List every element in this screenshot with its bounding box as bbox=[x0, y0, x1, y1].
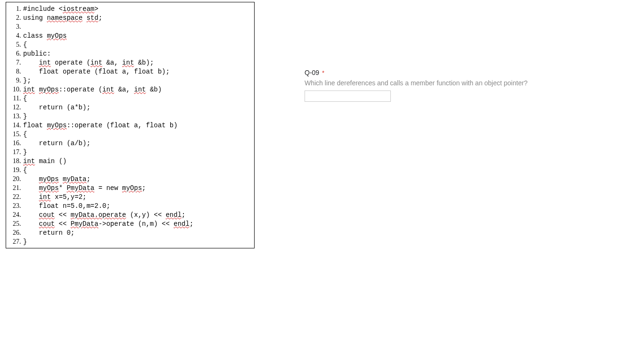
code-text: { bbox=[22, 41, 27, 49]
code-line: 5.{ bbox=[8, 40, 250, 49]
required-asterisk: * bbox=[322, 69, 324, 76]
code-text: return 0; bbox=[22, 229, 74, 238]
code-line: 24. cout << myData.operate (x,y) << endl… bbox=[8, 210, 250, 219]
code-line: 22. int x=5,y=2; bbox=[8, 192, 250, 201]
line-number: 18 bbox=[8, 156, 19, 165]
line-number: 20 bbox=[8, 174, 19, 183]
code-text: int myOps::operate (int &a, int &b) bbox=[22, 85, 162, 94]
code-text: { bbox=[22, 166, 27, 175]
line-number: 16 bbox=[8, 139, 19, 148]
code-text: #include <iostream> bbox=[22, 5, 99, 14]
line-number: 10 bbox=[8, 85, 19, 94]
line-number: 12 bbox=[8, 103, 19, 112]
code-line: 10.int myOps::operate (int &a, int &b) bbox=[8, 85, 250, 94]
question-number: Q-09 * bbox=[305, 69, 569, 76]
question-panel: Q-09 * Which line dereferences and calls… bbox=[305, 69, 569, 102]
code-text: myOps* PmyData = new myOps; bbox=[22, 184, 146, 193]
code-line: 8. float operate (float a, float b); bbox=[8, 67, 250, 76]
line-number: 22 bbox=[8, 192, 19, 201]
code-text: { bbox=[22, 94, 27, 103]
code-line: 3. bbox=[8, 22, 250, 31]
code-text: myOps myData; bbox=[22, 175, 91, 184]
line-number: 5 bbox=[8, 40, 19, 49]
line-number: 13 bbox=[8, 112, 19, 121]
code-line: 7. int operate (int &a, int &b); bbox=[8, 58, 250, 67]
line-number: 27 bbox=[8, 237, 19, 246]
code-text: float operate (float a, float b); bbox=[22, 67, 170, 76]
page-root: 1.#include <iostream>2.using namespace s… bbox=[0, 0, 644, 362]
code-line: 21. myOps* PmyData = new myOps; bbox=[8, 183, 250, 192]
code-line: 19.{ bbox=[8, 165, 250, 174]
line-number: 14 bbox=[8, 121, 19, 130]
code-text: int x=5,y=2; bbox=[22, 193, 86, 202]
code-line: 18.int main () bbox=[8, 156, 250, 165]
code-text: cout << PmyData->operate (n,m) << endl; bbox=[22, 220, 193, 229]
line-number: 19 bbox=[8, 165, 19, 174]
code-line: 2.using namespace std; bbox=[8, 13, 250, 22]
code-line: 13.} bbox=[8, 112, 250, 121]
line-number: 15 bbox=[8, 130, 19, 139]
code-line: 9.}; bbox=[8, 76, 250, 85]
code-text: public: bbox=[22, 49, 51, 58]
code-text: class myOps bbox=[22, 32, 66, 41]
code-line: 14.float myOps::operate (float a, float … bbox=[8, 121, 250, 130]
code-line: 20. myOps myData; bbox=[8, 174, 250, 183]
line-number: 2 bbox=[8, 13, 19, 22]
line-number: 17 bbox=[8, 148, 19, 156]
line-number: 4 bbox=[8, 31, 19, 40]
line-number: 26 bbox=[8, 228, 19, 237]
code-line: 16. return (a/b); bbox=[8, 139, 250, 148]
line-number: 6 bbox=[8, 49, 19, 58]
code-line: 4.class myOps bbox=[8, 31, 250, 40]
code-text: return (a*b); bbox=[22, 103, 91, 112]
line-number: 8 bbox=[8, 67, 19, 76]
line-number-dot: . bbox=[19, 22, 22, 31]
line-number: 7 bbox=[8, 58, 19, 67]
line-number: 21 bbox=[8, 183, 19, 192]
line-number: 24 bbox=[8, 210, 19, 219]
code-listing-box: 1.#include <iostream>2.using namespace s… bbox=[6, 2, 255, 248]
code-text: int operate (int &a, int &b); bbox=[22, 58, 154, 67]
code-text: } bbox=[22, 112, 27, 121]
code-text: return (a/b); bbox=[22, 139, 91, 148]
code-text: cout << myData.operate (x,y) << endl; bbox=[22, 211, 185, 220]
line-number: 1 bbox=[8, 4, 19, 13]
code-line: 26. return 0; bbox=[8, 228, 250, 237]
code-text: { bbox=[22, 130, 27, 139]
code-text: }; bbox=[22, 76, 31, 85]
line-number: 9 bbox=[8, 76, 19, 85]
code-line: 23. float n=5.0,m=2.0; bbox=[8, 201, 250, 210]
code-line: 25. cout << PmyData->operate (n,m) << en… bbox=[8, 219, 250, 228]
code-text: } bbox=[22, 148, 27, 157]
line-number: 25 bbox=[8, 219, 19, 228]
code-line: 6.public: bbox=[8, 49, 250, 58]
question-prompt: Which line dereferences and calls a memb… bbox=[305, 79, 569, 87]
answer-input[interactable] bbox=[305, 90, 391, 102]
code-line: 27.} bbox=[8, 237, 250, 246]
line-number: 23 bbox=[8, 201, 19, 210]
code-line: 1.#include <iostream> bbox=[8, 4, 250, 13]
code-text: int main () bbox=[22, 157, 66, 166]
code-line: 12. return (a*b); bbox=[8, 103, 250, 112]
question-number-text: Q-09 bbox=[305, 69, 319, 76]
code-line: 11.{ bbox=[8, 94, 250, 103]
code-text: using namespace std; bbox=[22, 14, 102, 23]
code-line: 17.} bbox=[8, 148, 250, 156]
code-text: float myOps::operate (float a, float b) bbox=[22, 121, 178, 130]
code-text: float n=5.0,m=2.0; bbox=[22, 202, 110, 211]
code-line: 15.{ bbox=[8, 130, 250, 139]
line-number: 11 bbox=[8, 94, 19, 103]
line-number: 3 bbox=[8, 22, 19, 31]
code-text: } bbox=[22, 238, 27, 247]
